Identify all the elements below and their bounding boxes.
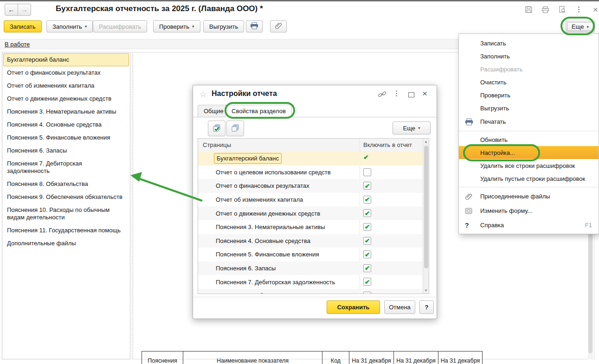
forward-arrow-button[interactable]: →: [18, 4, 31, 16]
dialog-scrollbar[interactable]: ▲ ▼: [423, 139, 429, 294]
sidebar-item[interactable]: Дополнительные файлы: [3, 237, 129, 250]
section-row[interactable]: Отчет о финансовых результатах✔: [198, 179, 423, 193]
sidebar-item[interactable]: Отчет о движении денежных средств: [3, 92, 129, 105]
menu-item[interactable]: Обновить: [459, 133, 599, 146]
uncheck-all-button[interactable]: [226, 121, 244, 136]
section-row[interactable]: Пояснения 7. Дебиторская задолженность✔: [198, 275, 423, 289]
check-all-button[interactable]: [208, 121, 225, 136]
back-arrow-button[interactable]: ←: [5, 4, 18, 16]
include-checkbox[interactable]: ✔: [363, 223, 371, 231]
tab-general[interactable]: Общие: [198, 105, 230, 117]
export-button[interactable]: Выгрузить: [203, 20, 244, 32]
include-checkbox[interactable]: ✔: [363, 182, 371, 190]
checkmark-icon: ✔: [365, 265, 370, 271]
include-checkbox[interactable]: ✔: [363, 196, 371, 204]
menu-item[interactable]: Изменить форму...: [459, 204, 599, 218]
section-row[interactable]: Пояснения 4. Основные средства✔: [198, 234, 423, 248]
save-icon[interactable]: [525, 6, 533, 13]
sidebar-item[interactable]: Пояснения 4. Основные средства: [3, 118, 129, 131]
write-button[interactable]: Записать: [4, 20, 42, 32]
favorite-star-icon[interactable]: ☆: [200, 89, 206, 99]
tab-section-properties[interactable]: Свойства разделов: [225, 105, 292, 117]
sidebar-item[interactable]: Пояснения 7. Дебиторская задолженность: [3, 157, 129, 178]
include-checkbox[interactable]: ✔: [363, 264, 371, 272]
column-include: Включить в отчет: [363, 141, 412, 148]
menu-item[interactable]: Настройка...: [459, 146, 599, 159]
include-checkbox[interactable]: ✔: [363, 292, 371, 294]
close-icon[interactable]: ×: [592, 6, 599, 13]
checkmark-icon: ✔: [365, 237, 370, 244]
section-label: Отчет о финансовых результатах: [216, 182, 309, 189]
checkmark-icon[interactable]: ✔: [363, 154, 369, 160]
menu-item[interactable]: Присоединенные файлы: [459, 189, 599, 204]
verify-button[interactable]: Проверить▾: [153, 20, 200, 32]
menu-item[interactable]: Удалить пустые строки расшифровок: [459, 172, 599, 185]
more-dropdown-menu: ЗаписатьЗаполнитьРасшифроватьОчиститьПро…: [458, 33, 599, 234]
attachments-button[interactable]: [270, 20, 287, 32]
preview-icon[interactable]: [558, 6, 566, 13]
section-row[interactable]: Пояснения 6. Запасы✔: [198, 262, 423, 275]
section-row[interactable]: Отчет о целевом использовании средств: [198, 166, 423, 179]
section-row[interactable]: Пояснения 3. Нематериальные активы✔: [198, 220, 423, 234]
maximize-icon[interactable]: [408, 92, 414, 97]
section-row[interactable]: Отчет о движении денежных средств✔: [198, 206, 423, 220]
include-checkbox[interactable]: [363, 168, 371, 176]
menu-item[interactable]: Печатать: [459, 115, 599, 129]
dialog-more-icon[interactable]: [396, 90, 397, 96]
menu-item[interactable]: Проверить: [459, 89, 599, 102]
sidebar-item[interactable]: Отчет об изменениях капитала: [3, 79, 129, 92]
include-checkbox[interactable]: ✔: [363, 209, 371, 217]
scroll-up-icon[interactable]: ▲: [423, 140, 429, 144]
sidebar-item[interactable]: Пояснения 10. Расходы по обычным видам д…: [3, 204, 129, 224]
scroll-thumb[interactable]: [424, 146, 428, 268]
cancel-button[interactable]: Отмена: [384, 300, 415, 314]
menu-item[interactable]: ?СправкаF1: [459, 218, 599, 232]
help-button[interactable]: ?: [419, 300, 434, 314]
sidebar-item[interactable]: Пояснения 3. Нематериальные активы: [3, 105, 129, 118]
balance-column-header: Пояснения: [142, 351, 183, 364]
window-top-edge: [0, 0, 599, 1]
sidebar-item[interactable]: Бухгалтерский баланс: [3, 53, 129, 66]
sidebar-item[interactable]: Пояснения 8. Обязательства: [3, 178, 129, 191]
include-checkbox[interactable]: ✔: [363, 278, 371, 286]
balance-column-header: Наименование показателя: [183, 351, 322, 364]
fill-button[interactable]: Заполнить▾: [46, 20, 93, 32]
sidebar-item[interactable]: Пояснения 5. Финансовые вложения: [3, 131, 129, 144]
more-menu-icon[interactable]: [575, 6, 583, 13]
menu-item-label: Записать: [480, 40, 506, 47]
menu-item[interactable]: Записать: [459, 37, 599, 50]
sidebar-item[interactable]: Пояснения 11. Государственная помощь: [3, 224, 129, 237]
include-checkbox[interactable]: ✔: [363, 237, 371, 245]
printer-icon: [250, 22, 258, 31]
report-settings-dialog: ☆ Настройки отчета × Общие Свойства разд…: [193, 85, 437, 319]
scroll-down-icon[interactable]: ▼: [423, 288, 429, 293]
save-button[interactable]: Сохранить: [327, 300, 380, 314]
menu-item[interactable]: Удалить все строки расшифровок: [459, 159, 599, 172]
menu-item[interactable]: Очистить: [459, 76, 599, 89]
sidebar-list: Бухгалтерский балансОтчет о финансовых р…: [2, 53, 130, 250]
print-button[interactable]: [246, 20, 263, 32]
status-link[interactable]: В работе: [5, 41, 30, 48]
include-checkbox[interactable]: ✔: [363, 250, 371, 258]
section-row[interactable]: Пояснения 5. Финансовые вложения✔: [198, 248, 423, 262]
page-title: Бухгалтерская отчетность за 2025 г. (Лав…: [56, 4, 263, 13]
section-row[interactable]: Отчет об изменениях капитала✔: [198, 193, 423, 207]
sidebar-item[interactable]: Пояснения 6. Запасы: [3, 144, 129, 157]
more-button[interactable]: Еще▾: [566, 21, 595, 32]
menu-item[interactable]: Заполнить: [459, 50, 599, 63]
link-icon[interactable]: [378, 91, 386, 99]
sidebar-item[interactable]: Пояснения 9. Обеспечения обязательств: [3, 191, 129, 204]
section-label: Отчет об изменениях капитала: [216, 196, 303, 203]
dialog-close-icon[interactable]: ×: [422, 89, 427, 99]
sidebar-item[interactable]: Отчет о финансовых результатах: [3, 66, 129, 79]
section-row[interactable]: Бухгалтерский баланс✔: [198, 152, 423, 166]
sections-table: Страницы Включить в отчет Бухгалтерский …: [198, 138, 429, 294]
menu-item: Расшифровать: [459, 63, 599, 76]
dialog-more-button[interactable]: Еще▾: [393, 121, 431, 134]
question-icon: ?: [465, 222, 469, 229]
section-row[interactable]: Пояснения 8. Обязательства✔: [198, 289, 423, 294]
menu-item[interactable]: Выгрузить: [459, 102, 599, 115]
print-icon[interactable]: [541, 6, 549, 13]
menu-item-label: Выгрузить: [480, 105, 509, 112]
sidebar-splitter[interactable]: [132, 52, 132, 359]
